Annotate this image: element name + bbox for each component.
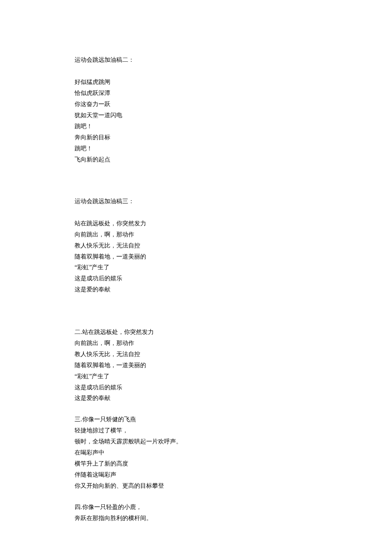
block-three: 三.你像一只矫健的飞燕 轻捷地掠过了横竿， 顿时，全场晴天霹雳般哄起一片欢呼声。… [75, 414, 317, 491]
text-line: 站在跳远板处，你突然发力 [75, 218, 317, 229]
text-line: 这是成功后的嬉乐 [75, 382, 317, 393]
section-two: 运动会跳远加油稿二： 好似猛虎跳闸 恰似虎跃深潭 你这奋力一跃 犹如天堂一道闪电… [75, 55, 317, 165]
text-line: 飞向新的起点 [75, 154, 317, 165]
text-line: 这是爱的奉献 [75, 284, 317, 295]
text-line: 这是爱的奉献 [75, 393, 317, 404]
text-line: 四.你像一只轻盈的小鹿， [75, 502, 317, 513]
text-line: 你又开始向新的、更高的目标攀登 [75, 480, 317, 492]
block-two: 二.站在跳远板处，你突然发力 向前跳出，啊，那动作 教人快乐无比，无法自控 随着… [75, 327, 317, 404]
text-line: “彩虹”产生了 [75, 262, 317, 273]
text-line: 好似猛虎跳闸 [75, 77, 317, 88]
text-line: 向前跳出，啊，那动作 [75, 338, 317, 349]
document-page: 运动会跳远加油稿二： 好似猛虎跳闸 恰似虎跃深潭 你这奋力一跃 犹如天堂一道闪电… [0, 0, 392, 555]
text-line: 顿时，全场晴天霹雳般哄起一片欢呼声。 [75, 436, 317, 447]
text-line: 教人快乐无比，无法自控 [75, 349, 317, 360]
spacer [75, 316, 317, 327]
text-line: 跳吧！ [75, 121, 317, 132]
text-line: 三.你像一只矫健的飞燕 [75, 414, 317, 425]
section-title: 运动会跳远加油稿二： [75, 55, 317, 65]
text-line: 随着双脚着地，一道美丽的 [75, 360, 317, 371]
text-line: 跳吧！ [75, 143, 317, 154]
section-three: 运动会跳远加油稿三： 站在跳远板处，你突然发力 向前跳出，啊，那动作 教人快乐无… [75, 197, 317, 296]
text-line: “彩虹”产生了 [75, 371, 317, 382]
text-line: 教人快乐无比，无法自控 [75, 240, 317, 251]
section-title: 运动会跳远加油稿三： [75, 197, 317, 206]
text-line: 恰似虎跃深潭 [75, 88, 317, 99]
text-line: 犹如天堂一道闪电 [75, 110, 317, 121]
text-line: 奔跃在那指向胜利的横杆间。 [75, 513, 317, 524]
text-line: 奔向新的目标 [75, 132, 317, 143]
text-line: 横竿升上了新的高度 [75, 458, 317, 469]
spacer [75, 187, 317, 197]
text-line: 这是成功后的嬉乐 [75, 273, 317, 284]
text-line: 轻捷地掠过了横竿， [75, 425, 317, 436]
text-line: 向前跳出，啊，那动作 [75, 229, 317, 240]
text-line: 你这奋力一跃 [75, 99, 317, 110]
text-line: 伴随着这喝彩声 [75, 469, 317, 480]
text-line: 随着双脚着地，一道美丽的 [75, 251, 317, 262]
text-line: 在喝彩声中 [75, 447, 317, 458]
block-four: 四.你像一只轻盈的小鹿， 奔跃在那指向胜利的横杆间。 [75, 502, 317, 524]
text-line: 二.站在跳远板处，你突然发力 [75, 327, 317, 338]
